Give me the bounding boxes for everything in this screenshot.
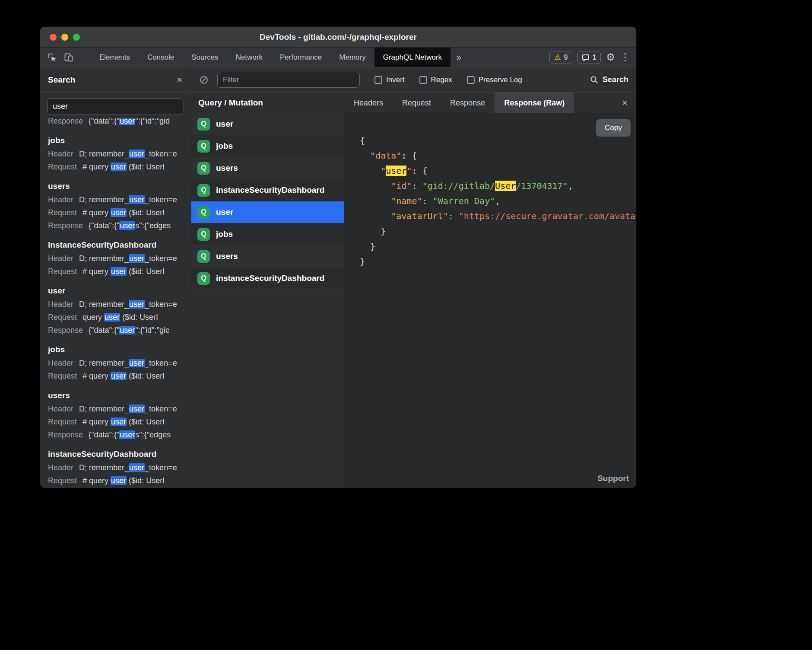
preserve-log-checkbox[interactable] (467, 76, 475, 84)
search-result-line[interactable]: Header D; remember_user_token=e (48, 298, 191, 311)
search-match-highlight: user (129, 195, 145, 204)
support-link[interactable]: Support (597, 474, 629, 483)
result-line-value: {"data":{"user":{"id":"gid (89, 118, 170, 127)
search-result-line[interactable]: Response {"data":{"user":{"id":"gic (48, 324, 191, 337)
search-result-line[interactable]: Request # query user ($id: UserI (48, 206, 191, 219)
search-result-line[interactable]: Response {"data":{"users":{"edges (48, 219, 191, 232)
window-controls (50, 27, 80, 47)
json-key: " (381, 166, 386, 176)
text-segment: _token=e (145, 150, 177, 158)
result-line-value: {"data":{"user":{"id":"gic (89, 324, 169, 337)
close-window-button[interactable] (50, 34, 57, 41)
inspect-element-icon[interactable] (47, 52, 57, 63)
kebab-menu-icon[interactable]: ⋮ (620, 52, 630, 62)
query-list-item[interactable]: Q user (191, 113, 344, 135)
clear-log-icon[interactable] (199, 75, 209, 85)
minimize-window-button[interactable] (61, 34, 68, 41)
settings-gear-icon[interactable]: ⚙ (606, 52, 615, 62)
search-result-title[interactable]: jobs (48, 344, 191, 355)
search-result-line[interactable]: Request # query user ($id: UserI (48, 415, 191, 428)
search-result-line[interactable]: Request query user ($id: UserI (48, 311, 191, 324)
close-search-icon[interactable]: × (177, 75, 182, 85)
result-line-label: Header (48, 298, 73, 311)
tab-performance[interactable]: Performance (271, 48, 330, 67)
search-result-title[interactable]: jobs (48, 135, 191, 146)
text-segment: # query (82, 372, 111, 380)
result-line-label: Header (48, 252, 73, 265)
more-tabs-chevron-icon[interactable]: » (450, 48, 467, 67)
search-result-title[interactable]: users (48, 181, 191, 192)
search-result-line[interactable]: Request # query user ($id: UserI (48, 370, 191, 382)
query-list-item[interactable]: Q users (191, 157, 344, 179)
search-panel-header: Search × (40, 67, 191, 92)
search-match-highlight: user (104, 313, 120, 322)
result-line-label: Request (48, 160, 77, 173)
tab-headers[interactable]: Headers (344, 92, 393, 113)
json-key: "name" (391, 196, 422, 206)
json-line: } (360, 239, 636, 254)
tab-graphql-network[interactable]: GraphQL Network (374, 48, 450, 67)
text-segment: _token=e (145, 300, 177, 309)
search-result-line[interactable]: Response {"data":{"users":{"edges (48, 428, 191, 441)
search-result-line[interactable]: Header D; remember_user_token=e (48, 147, 191, 160)
filter-input[interactable] (217, 72, 360, 88)
query-list-item[interactable]: Q instanceSecurityDashboard (191, 179, 344, 201)
tab-response[interactable]: Response (441, 92, 495, 113)
query-list-item[interactable]: Q jobs (191, 223, 344, 245)
titlebar: DevTools - gitlab.com/-/graphql-explorer (40, 27, 636, 48)
search-result-line[interactable]: Header D; remember_user_token=e (48, 193, 191, 206)
regex-checkbox-group: Regex (419, 76, 452, 84)
search-result-title[interactable]: users (48, 390, 191, 401)
json-punct: , (495, 196, 500, 206)
query-label: user (216, 207, 233, 217)
result-line-value: query user ($id: UserI (82, 311, 158, 324)
result-line-value: # query user ($id: UserI (82, 474, 165, 487)
tab-response-raw[interactable]: Response (Raw) (495, 92, 574, 113)
search-match-highlight: User (495, 181, 516, 191)
tab-memory[interactable]: Memory (330, 48, 374, 67)
search-toggle[interactable]: Search (590, 75, 628, 84)
close-detail-icon[interactable]: × (622, 98, 628, 108)
text-segment: _token=e (145, 405, 177, 413)
search-result-group: instanceSecurityDashboard Header D; reme… (48, 449, 191, 487)
text-segment: {"data":{" (89, 118, 119, 125)
search-match-highlight: user (119, 326, 135, 335)
tab-elements[interactable]: Elements (91, 48, 139, 67)
search-result-title[interactable]: instanceSecurityDashboard (48, 239, 191, 251)
regex-checkbox[interactable] (419, 76, 427, 84)
search-result-group: jobs Header D; remember_user_token=e Req… (48, 135, 191, 173)
query-list-item-selected[interactable]: Q user (191, 201, 344, 223)
invert-checkbox[interactable] (374, 76, 382, 84)
search-input[interactable] (47, 98, 184, 115)
search-result-line[interactable]: Header D; remember_user_token=e (48, 357, 191, 370)
issues-badge[interactable]: 1 (577, 51, 601, 64)
regex-label: Regex (431, 76, 452, 84)
json-punct: : (422, 196, 433, 206)
search-result-title[interactable]: user (48, 285, 191, 296)
result-line-value: # query user ($id: UserI (82, 160, 165, 173)
json-punct: , (568, 181, 573, 191)
device-toolbar-icon[interactable] (63, 52, 74, 63)
search-match-highlight: user (129, 300, 145, 309)
search-result-line[interactable]: Header D; remember_user_token=e (48, 252, 191, 265)
search-result-line[interactable]: Response {"data":{"user":{"id":"gid (48, 118, 191, 127)
query-list-item[interactable]: Q instanceSecurityDashboard (191, 268, 344, 290)
tab-request[interactable]: Request (393, 92, 441, 113)
result-line-value: D; remember_user_token=e (79, 461, 177, 474)
search-result-line[interactable]: Header D; remember_user_token=e (48, 402, 191, 415)
search-result-line[interactable]: Header D; remember_user_token=e (48, 461, 191, 474)
search-result-line[interactable]: Request # query user ($id: UserI (48, 160, 191, 173)
search-result-line[interactable]: Request # query user ($id: UserI (48, 474, 191, 487)
query-list-item[interactable]: Q jobs (191, 135, 344, 157)
query-list-item[interactable]: Q users (191, 245, 344, 268)
search-result-title[interactable]: instanceSecurityDashboard (48, 449, 191, 460)
devtools-tabbar: Elements Console Sources Network Perform… (40, 48, 636, 67)
zoom-window-button[interactable] (73, 34, 80, 41)
text-segment: query (82, 313, 104, 322)
warnings-badge[interactable]: ⚠ 9 (549, 51, 572, 64)
search-result-line[interactable]: Request # query user ($id: UserI (48, 265, 191, 278)
tab-sources[interactable]: Sources (183, 48, 227, 67)
tab-network[interactable]: Network (227, 48, 271, 67)
tab-console[interactable]: Console (139, 48, 183, 67)
copy-button[interactable]: Copy (596, 119, 631, 137)
